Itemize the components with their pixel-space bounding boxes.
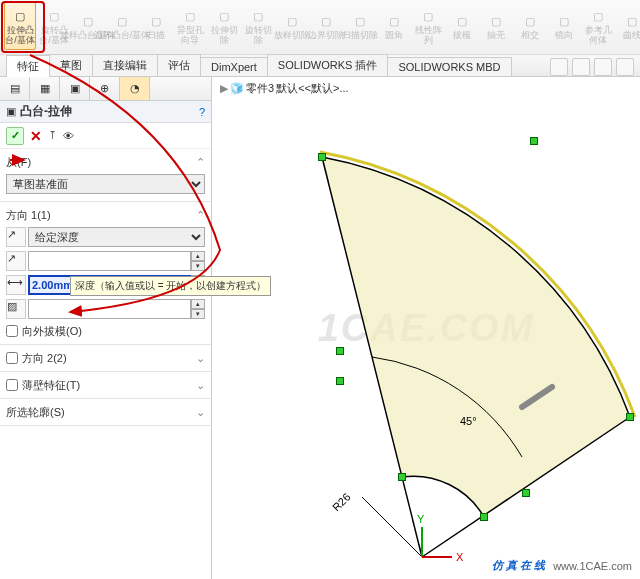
- radius-dim: R26: [330, 491, 353, 514]
- feature-title: 凸台-拉伸: [20, 103, 72, 120]
- angle-dim: 45°: [460, 415, 477, 427]
- collapse-icon[interactable]: ⌃: [196, 209, 205, 222]
- pin-icon[interactable]: ⤒: [48, 129, 57, 142]
- tab-4[interactable]: DimXpert: [200, 57, 268, 76]
- disp-tab-icon[interactable]: ⊕: [90, 77, 120, 100]
- draft-outward-check[interactable]: [6, 325, 18, 337]
- ribbon-boundary: ▢边界凸台/基体: [106, 2, 138, 50]
- ribbon-loftcut: ▢放样切除: [276, 2, 308, 50]
- dir-vector-input[interactable]: [28, 251, 191, 271]
- ribbon-sweepcut: ▢扫描切除: [344, 2, 376, 50]
- view-icon[interactable]: [550, 58, 568, 76]
- eye-icon[interactable]: 👁: [63, 130, 74, 142]
- cancel-button[interactable]: ✕: [30, 128, 42, 144]
- sketch-node[interactable]: [530, 137, 538, 145]
- help-icon[interactable]: ?: [199, 106, 205, 118]
- dir-icon[interactable]: ↗: [6, 251, 26, 271]
- ribbon-revolve: ▢旋转凸 台/基体: [38, 2, 70, 50]
- ok-button[interactable]: ✓: [6, 127, 24, 145]
- close-icon[interactable]: [616, 58, 634, 76]
- sketch-node[interactable]: [318, 153, 326, 161]
- tree-tab-icon[interactable]: ▤: [0, 77, 30, 100]
- endcond-select[interactable]: 给定深度: [28, 227, 205, 247]
- sketch-node[interactable]: [398, 473, 406, 481]
- dim-tab-icon[interactable]: ◔: [120, 77, 150, 100]
- opt-icon[interactable]: [572, 58, 590, 76]
- sketch-node[interactable]: [626, 413, 634, 421]
- footer-url: www.1CAE.com: [553, 560, 632, 572]
- thin-check[interactable]: [6, 379, 18, 391]
- ribbon-rib: ▢抽壳: [480, 2, 512, 50]
- expand-icon[interactable]: ⌄: [196, 379, 205, 392]
- minus-icon[interactable]: [594, 58, 612, 76]
- ribbon-loft: ▢放样凸台/基体: [72, 2, 104, 50]
- ribbon-mirror: ▢镜向: [548, 2, 580, 50]
- graphics-area[interactable]: ▶ 🧊 零件3 默认<<默认>... 1CAE.COM 45° R26: [212, 77, 640, 579]
- ribbon-extrude[interactable]: ▢拉伸凸 台/基体: [4, 2, 36, 50]
- dir1-label: 方向 1(1): [6, 208, 51, 223]
- spin-down[interactable]: ▾: [191, 261, 205, 271]
- expand-icon[interactable]: ⌄: [196, 352, 205, 365]
- draft-input[interactable]: [28, 299, 191, 319]
- ribbon-curves: ▢曲线: [616, 2, 640, 50]
- ribbon-sweep: ▢扫描: [140, 2, 172, 50]
- sketch-node[interactable]: [336, 347, 344, 355]
- ribbon-intersect: ▢相交: [514, 2, 546, 50]
- footer-brand: 仿 真 在 线: [492, 558, 545, 573]
- cfg-tab-icon[interactable]: ▣: [60, 77, 90, 100]
- ribbon-shell: ▢拔模: [446, 2, 478, 50]
- depth-icon: ⟷: [6, 275, 26, 295]
- ribbon-linpat: ▢线性阵 列: [412, 2, 444, 50]
- tab-3[interactable]: 评估: [157, 54, 201, 76]
- from-select[interactable]: 草图基准面: [6, 174, 205, 194]
- ribbon-refgeo: ▢参考几 何体: [582, 2, 614, 50]
- svg-text:Y: Y: [417, 513, 425, 525]
- collapse-icon[interactable]: ⌃: [196, 156, 205, 169]
- tab-1[interactable]: 草图: [49, 54, 93, 76]
- contours-label: 所选轮廓(S): [6, 405, 65, 420]
- expand-icon[interactable]: ⌄: [196, 406, 205, 419]
- ribbon-revcut: ▢旋转切 除: [242, 2, 274, 50]
- sketch-node[interactable]: [480, 513, 488, 521]
- from-label: 从(F): [6, 155, 31, 170]
- feature-icon: ▣: [6, 105, 16, 118]
- reverse-icon[interactable]: ↗: [6, 227, 26, 247]
- depth-tooltip: 深度（输入值或以 = 开始，以创建方程式）: [70, 276, 271, 296]
- tab-5[interactable]: SOLIDWORKS 插件: [267, 54, 389, 76]
- tab-2[interactable]: 直接编辑: [92, 54, 158, 76]
- tab-0[interactable]: 特征: [6, 55, 50, 77]
- draft-outward-label: 向外拔模(O): [22, 324, 82, 339]
- dir2-label: 方向 2(2): [22, 351, 67, 366]
- sketch-node[interactable]: [522, 489, 530, 497]
- prop-tab-icon[interactable]: ▦: [30, 77, 60, 100]
- draft-icon[interactable]: ▨: [6, 299, 26, 319]
- spin-up[interactable]: ▴: [191, 251, 205, 261]
- ribbon-fillet: ▢圆角: [378, 2, 410, 50]
- dir2-check[interactable]: [6, 352, 18, 364]
- ribbon-shapecut: ▢异型孔 向导: [174, 2, 206, 50]
- spin-down[interactable]: ▾: [191, 309, 205, 319]
- spin-up[interactable]: ▴: [191, 299, 205, 309]
- thin-label: 薄壁特征(T): [22, 378, 80, 393]
- svg-text:X: X: [456, 551, 464, 563]
- ribbon-extrudecut: ▢拉伸切 除: [208, 2, 240, 50]
- ribbon-bndcut: ▢边界切除: [310, 2, 342, 50]
- sketch-node[interactable]: [336, 377, 344, 385]
- tab-6[interactable]: SOLIDWORKS MBD: [387, 57, 511, 76]
